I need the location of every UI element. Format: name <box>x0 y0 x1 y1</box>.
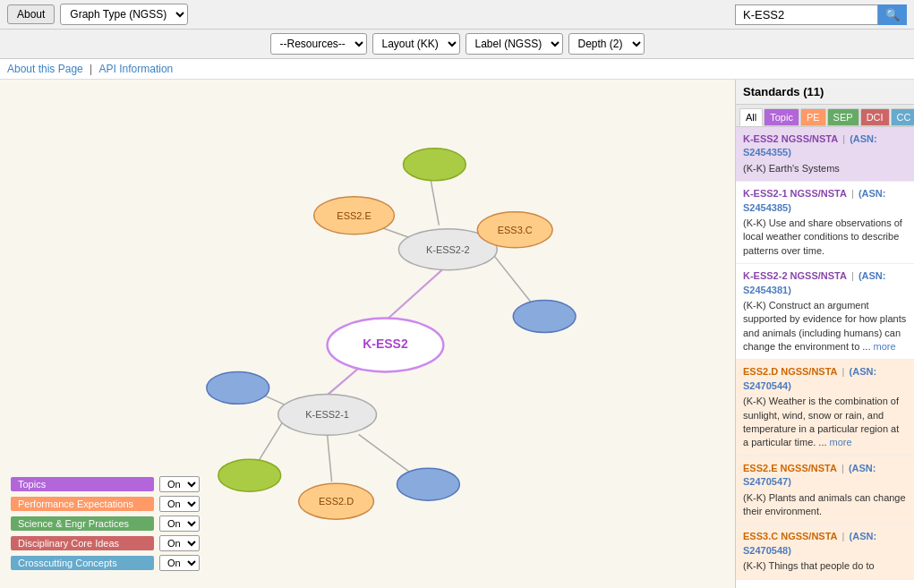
legend-cc-select[interactable]: OnOff <box>159 555 200 571</box>
legend-row-dci: Disciplinary Core Ideas OnOff <box>11 535 200 551</box>
svg-line-10 <box>385 265 448 321</box>
std-item-0: K-ESS2 NGSS/NSTA | (ASN: S2454355) (K-K)… <box>736 127 914 182</box>
tab-dci[interactable]: DCI <box>860 108 890 126</box>
std-pipe-3: | <box>842 366 845 377</box>
main-layout: K-ESS2 K-ESS2-2 K-ESS2-1 ESS2.E ESS3.C E… <box>0 80 914 588</box>
legend-row-cc: Crosscutting Concepts OnOff <box>11 555 200 571</box>
legend-dci-label: Disciplinary Core Ideas <box>11 536 154 550</box>
std-link-4-main[interactable]: ESS2.E NGSS/NSTA <box>743 463 837 473</box>
std-item-1: K-ESS2-1 NGSS/NSTA | (ASN: S2454385) (K-… <box>736 182 914 264</box>
std-text-4: (K-K) Plants and animals can change thei… <box>743 491 907 519</box>
layout-select[interactable]: Layout (KK) <box>372 33 460 55</box>
search-wrapper: 🔍 <box>735 4 907 25</box>
legend-row-sep: Science & Engr Practices OnOff <box>11 516 200 532</box>
std-link-3-main[interactable]: ESS2.D NGSS/NSTA <box>743 366 838 377</box>
std-pipe-0: | <box>842 133 845 144</box>
depth-select[interactable]: Depth (2) <box>568 33 645 55</box>
tab-all[interactable]: All <box>739 108 763 126</box>
svg-line-9 <box>359 434 417 477</box>
legend-dci-select[interactable]: OnOff <box>159 535 200 551</box>
std-link-1-main[interactable]: K-ESS2-1 NGSS/NSTA <box>743 188 847 199</box>
std-pipe-2: | <box>851 270 854 281</box>
legend-topics-select[interactable]: OnOff <box>159 476 200 492</box>
legend-pe-label: Performance Expectations <box>11 497 154 511</box>
svg-line-4 <box>430 176 439 226</box>
std-more-2[interactable]: more <box>874 341 896 352</box>
search-input[interactable] <box>735 4 878 25</box>
node-blue-3[interactable] <box>397 468 459 500</box>
standards-tabs: All Topic PE SEP DCI CC <box>736 105 914 127</box>
legend-cc-label: Crosscutting Concepts <box>11 556 154 570</box>
legend-pe-select[interactable]: OnOff <box>159 496 200 512</box>
std-text-2: (K-K) Construct an argument supported by… <box>743 299 907 354</box>
legend-row-pe: Performance Expectations OnOff <box>11 496 200 512</box>
second-bar: --Resources-- Layout (KK) Label (NGSS) D… <box>0 30 914 59</box>
std-item-2: K-ESS2-2 NGSS/NSTA | (ASN: S2454381) (K-… <box>736 264 914 360</box>
api-info-link[interactable]: API Information <box>99 63 174 75</box>
svg-line-6 <box>328 434 332 481</box>
std-pipe-1: | <box>851 188 854 199</box>
legend-sep-label: Science & Engr Practices <box>11 516 154 531</box>
std-pipe-4: | <box>841 463 844 473</box>
about-page-link[interactable]: About this Page <box>7 63 83 75</box>
node-label-ess2e: ESS2.E <box>337 210 371 221</box>
node-blue-2[interactable] <box>207 371 269 404</box>
node-label-k-ess2-1: K-ESS2-1 <box>305 409 349 420</box>
std-item-5: ESS3.C NGSS/NSTA | (ASN: S2470548) (K-K)… <box>736 524 914 579</box>
node-label-k-ess2: K-ESS2 <box>363 337 408 351</box>
graph-area: K-ESS2 K-ESS2-2 K-ESS2-1 ESS2.E ESS3.C E… <box>0 80 735 588</box>
node-green-2[interactable] <box>218 459 281 491</box>
about-button[interactable]: About <box>7 4 55 24</box>
resources-select[interactable]: --Resources-- <box>270 33 367 55</box>
std-text-0: (K-K) Earth's Systems <box>743 162 907 175</box>
node-label-ess3c: ESS3.C <box>498 225 533 235</box>
node-label-ess2d: ESS2.D <box>319 496 354 507</box>
node-green-1[interactable] <box>403 149 466 181</box>
tab-topic[interactable]: Topic <box>764 108 799 126</box>
top-bar: About Graph Type (NGSS)TreeList 🔍 <box>0 0 914 30</box>
link-separator: | <box>90 63 95 75</box>
node-blue-1[interactable] <box>513 301 576 333</box>
std-link-0-main[interactable]: K-ESS2 NGSS/NSTA <box>743 133 838 144</box>
node-label-k-ess2-2: K-ESS2-2 <box>426 244 470 255</box>
search-button[interactable]: 🔍 <box>878 4 907 25</box>
std-link-2-main[interactable]: K-ESS2-2 NGSS/NSTA <box>743 270 847 281</box>
tab-cc[interactable]: CC <box>891 108 914 126</box>
std-more-3[interactable]: more <box>830 437 852 447</box>
std-item-3: ESS2.D NGSS/NSTA | (ASN: S2470544) (K-K)… <box>736 360 914 456</box>
svg-line-11 <box>328 368 359 395</box>
links-bar: About this Page | API Information <box>0 59 914 80</box>
label-select[interactable]: Label (NGSS) <box>466 33 563 55</box>
standards-panel: Standards (11) All Topic PE SEP DCI CC K… <box>735 80 914 588</box>
std-text-1: (K-K) Use and share observations of loca… <box>743 217 907 258</box>
tab-pe[interactable]: PE <box>800 108 826 126</box>
legend-row-topics: Topics OnOff <box>11 476 200 492</box>
std-pipe-5: | <box>842 531 845 541</box>
tab-sep[interactable]: SEP <box>827 108 859 126</box>
std-text-5: (K-K) Things that people do to <box>743 559 907 573</box>
legend-panel: Topics OnOff Performance Expectations On… <box>11 476 200 571</box>
std-item-4: ESS2.E NGSS/NSTA | (ASN: S2470547) (K-K)… <box>736 456 914 525</box>
graph-type-select[interactable]: Graph Type (NGSS)TreeList <box>60 4 188 25</box>
legend-topics-label: Topics <box>11 477 154 491</box>
std-link-5-main[interactable]: ESS3.C NGSS/NSTA <box>743 531 838 541</box>
legend-sep-select[interactable]: OnOff <box>159 516 200 532</box>
standards-header: Standards (11) <box>736 80 914 105</box>
std-text-3: (K-K) Weather is the combination of sunl… <box>743 395 907 450</box>
